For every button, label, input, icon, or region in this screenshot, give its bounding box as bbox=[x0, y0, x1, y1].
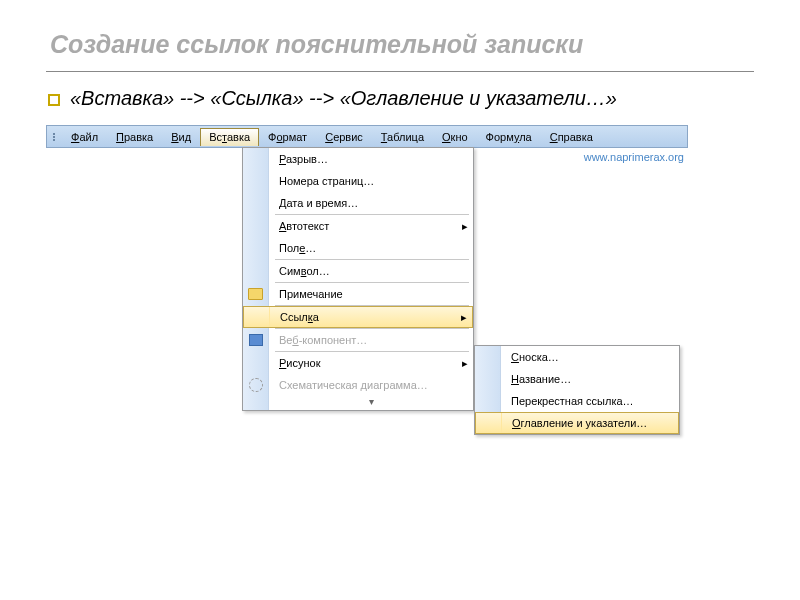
slide: Создание ссылок пояснительной записки «В… bbox=[0, 0, 800, 455]
menu-separator bbox=[243, 328, 473, 329]
submenu-item-icon bbox=[476, 413, 502, 433]
menu-separator bbox=[243, 305, 473, 306]
bullet-icon bbox=[48, 94, 60, 106]
screenshot: ФайлПравкаВидВставкаФорматСервисТаблицаО… bbox=[46, 125, 688, 455]
menubar: ФайлПравкаВидВставкаФорматСервисТаблицаО… bbox=[46, 125, 688, 148]
menu-справка[interactable]: Справка bbox=[541, 128, 602, 146]
menu-expand[interactable]: ▾ bbox=[243, 396, 473, 410]
menu-item-icon bbox=[243, 192, 269, 214]
menu-item[interactable]: Разрыв… bbox=[243, 148, 473, 170]
submenu-item[interactable]: Название… bbox=[475, 368, 679, 390]
menubar-grip bbox=[53, 126, 58, 147]
menu-item-label: Рисунок bbox=[269, 357, 457, 369]
menu-вид[interactable]: Вид bbox=[162, 128, 200, 146]
submenu-arrow-icon: ▸ bbox=[456, 311, 472, 324]
menu-item-icon bbox=[243, 374, 269, 396]
menu-item-icon bbox=[243, 170, 269, 192]
menu-item-icon bbox=[243, 283, 269, 305]
submenu-arrow-icon: ▸ bbox=[457, 357, 473, 370]
menu-формула[interactable]: Формула bbox=[477, 128, 541, 146]
menu-item-label: Символ… bbox=[269, 265, 457, 277]
menu-item-label: Поле… bbox=[269, 242, 457, 254]
menu-item-icon bbox=[243, 148, 269, 170]
watermark: www.naprimerax.org bbox=[584, 151, 684, 163]
menu-separator bbox=[243, 351, 473, 352]
instruction: «Вставка» --> «Ссылка» --> «Оглавление и… bbox=[46, 86, 754, 111]
menu-item-icon bbox=[244, 307, 270, 327]
submenu-item-label: Оглавление и указатели… bbox=[502, 417, 678, 429]
submenu-item-label: Перекрестная ссылка… bbox=[501, 395, 679, 407]
menu-item-label: Номера страниц… bbox=[269, 175, 457, 187]
menu-формат[interactable]: Формат bbox=[259, 128, 316, 146]
submenu-item-label: Сноска… bbox=[501, 351, 679, 363]
menu-separator bbox=[243, 259, 473, 260]
menu-item-icon bbox=[243, 260, 269, 282]
menu-separator bbox=[243, 214, 473, 215]
submenu-item-icon bbox=[475, 368, 501, 390]
menu-item-label: Разрыв… bbox=[269, 153, 457, 165]
menu-item-label: Дата и время… bbox=[269, 197, 457, 209]
menu-item-label: Ссылка bbox=[270, 311, 456, 323]
submenu-item[interactable]: Сноска… bbox=[475, 346, 679, 368]
submenu-item-icon bbox=[475, 390, 501, 412]
slide-title: Создание ссылок пояснительной записки bbox=[46, 30, 754, 59]
menu-сервис[interactable]: Сервис bbox=[316, 128, 372, 146]
menu-таблица[interactable]: Таблица bbox=[372, 128, 433, 146]
menu-item[interactable]: Примечание bbox=[243, 283, 473, 305]
submenu-arrow-icon: ▸ bbox=[457, 220, 473, 233]
menu-item[interactable]: Автотекст▸ bbox=[243, 215, 473, 237]
menu-item[interactable]: Ссылка▸ bbox=[243, 306, 473, 328]
menu-окно[interactable]: Окно bbox=[433, 128, 477, 146]
menu-правка[interactable]: Правка bbox=[107, 128, 162, 146]
instruction-text: «Вставка» --> «Ссылка» --> «Оглавление и… bbox=[70, 86, 617, 111]
menu-item[interactable]: Поле… bbox=[243, 237, 473, 259]
menu-separator bbox=[243, 282, 473, 283]
menu-item-icon bbox=[243, 237, 269, 259]
insert-menu: Разрыв…Номера страниц…Дата и время…Автот… bbox=[242, 147, 474, 411]
menu-item-label: Веб-компонент… bbox=[269, 334, 457, 346]
menu-item[interactable]: Номера страниц… bbox=[243, 170, 473, 192]
submenu-item[interactable]: Перекрестная ссылка… bbox=[475, 390, 679, 412]
menu-item[interactable]: Рисунок▸ bbox=[243, 352, 473, 374]
menu-item-icon bbox=[243, 329, 269, 351]
submenu-item-icon bbox=[475, 346, 501, 368]
submenu-item[interactable]: Оглавление и указатели… bbox=[475, 412, 679, 434]
menu-item-icon bbox=[243, 215, 269, 237]
divider bbox=[46, 71, 754, 72]
menu-item: Веб-компонент… bbox=[243, 329, 473, 351]
menu-вставка[interactable]: Вставка bbox=[200, 128, 259, 146]
menu-item-label: Автотекст bbox=[269, 220, 457, 232]
menu-item-label: Схематическая диаграмма… bbox=[269, 379, 457, 391]
link-submenu: Сноска…Название…Перекрестная ссылка…Огла… bbox=[474, 345, 680, 435]
menu-item-icon bbox=[243, 352, 269, 374]
menu-файл[interactable]: Файл bbox=[62, 128, 107, 146]
menu-item: Схематическая диаграмма… bbox=[243, 374, 473, 396]
submenu-item-label: Название… bbox=[501, 373, 679, 385]
menu-item-label: Примечание bbox=[269, 288, 457, 300]
menu-item[interactable]: Дата и время… bbox=[243, 192, 473, 214]
menu-item[interactable]: Символ… bbox=[243, 260, 473, 282]
